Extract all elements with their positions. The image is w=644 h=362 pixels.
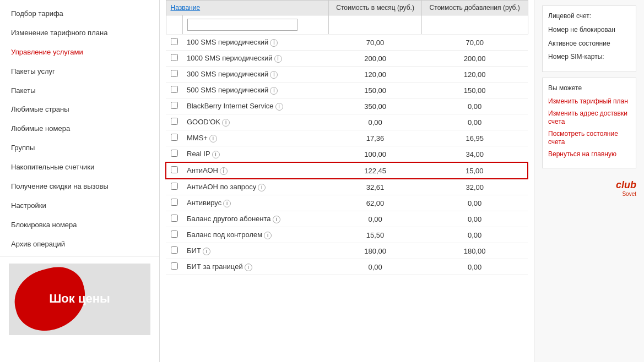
service-name-text: 500 SMS периодический bbox=[187, 86, 268, 94]
actions-section: Вы можете Изменить тарифный планИзменить… bbox=[542, 78, 636, 168]
row-checkbox[interactable] bbox=[171, 246, 178, 254]
row-checkbox[interactable] bbox=[171, 38, 178, 45]
row-checkbox[interactable] bbox=[171, 150, 178, 157]
sidebar-item-poluchenie-skidki[interactable]: Получение скидки на вызовы bbox=[0, 177, 159, 196]
row-checkbox[interactable] bbox=[171, 86, 178, 93]
row-checkbox[interactable] bbox=[171, 215, 178, 222]
row-add-price: 34,00 bbox=[421, 146, 528, 163]
sidebar-item-nastroyki[interactable]: Настройки bbox=[0, 196, 159, 216]
info-icon[interactable]: i bbox=[222, 119, 230, 127]
row-checkbox[interactable] bbox=[171, 70, 178, 77]
col-add: Стоимость добавления (руб.) bbox=[421, 1, 528, 15]
info-icon[interactable]: i bbox=[270, 71, 278, 79]
info-icon[interactable]: i bbox=[270, 39, 278, 47]
row-checkbox-cell bbox=[166, 162, 182, 179]
sidebar-item-izmenenie-tarifa[interactable]: Изменение тарифного плана bbox=[0, 24, 159, 43]
action-link-back-main[interactable]: Вернуться на главную bbox=[548, 150, 630, 159]
ad-text: Шок цены bbox=[49, 292, 110, 306]
row-checkbox[interactable] bbox=[171, 199, 178, 206]
table-row: Антивирусi62,000,00 bbox=[166, 195, 528, 211]
info-icon[interactable]: i bbox=[270, 87, 278, 95]
sidebar-item-lubimye-nomera[interactable]: Любимые номера bbox=[0, 119, 159, 139]
row-add-price: 16,95 bbox=[421, 130, 528, 146]
row-name: АнтиАОНi bbox=[182, 162, 329, 179]
row-name: 100 SMS периодическийi bbox=[182, 35, 329, 51]
info-icon[interactable]: i bbox=[274, 55, 282, 63]
row-checkbox[interactable] bbox=[171, 262, 178, 270]
sidebar-item-podbor-tarifa[interactable]: Подбор тарифа bbox=[0, 4, 159, 24]
row-checkbox-cell bbox=[166, 243, 182, 259]
info-icon[interactable]: i bbox=[258, 184, 266, 191]
service-name-text: АнтиАОН по запросу bbox=[187, 183, 256, 191]
sidebar-ad: Шок цены bbox=[9, 264, 150, 335]
row-checkbox[interactable] bbox=[171, 231, 178, 238]
sidebar-item-pakety[interactable]: Пакеты bbox=[0, 81, 159, 101]
action-link-change-address[interactable]: Изменить адрес доставки счета bbox=[548, 109, 630, 127]
row-checkbox[interactable] bbox=[171, 134, 178, 141]
service-name-text: Баланс под контролем bbox=[187, 231, 262, 239]
status-label: Номер не блокирован bbox=[548, 25, 630, 35]
services-table: Название Стоимость в месяц (руб.) Стоимо… bbox=[165, 0, 528, 275]
row-checkbox[interactable] bbox=[171, 102, 178, 109]
table-row: Real IPi100,0034,00 bbox=[166, 146, 528, 163]
row-name: GOOD'OKi bbox=[182, 114, 329, 130]
row-monthly-price: 180,00 bbox=[329, 243, 422, 259]
row-name: БИТ за границейi bbox=[182, 259, 329, 275]
row-monthly-price: 70,00 bbox=[329, 35, 422, 51]
service-name-text: Баланс другого абонента bbox=[187, 215, 271, 223]
info-icon[interactable]: i bbox=[275, 103, 283, 111]
info-icon[interactable]: i bbox=[209, 135, 217, 142]
table-row: БИТ за границейi0,000,00 bbox=[166, 259, 528, 275]
table-header-row: Название Стоимость в месяц (руб.) Стоимо… bbox=[166, 1, 528, 15]
info-icon[interactable]: i bbox=[245, 264, 252, 271]
sidebar-item-upravlenie-uslugami[interactable]: Управление услугами bbox=[0, 43, 159, 62]
sidebar-item-nakopitelnye-schetchiki[interactable]: Накопительные счетчики bbox=[0, 158, 159, 177]
row-add-price: 150,00 bbox=[421, 83, 528, 98]
table-row: Баланс под контролемi15,500,00 bbox=[166, 227, 528, 243]
service-name-text: MMS+ bbox=[187, 134, 208, 142]
row-name: Баланс под контролемi bbox=[182, 227, 329, 243]
right-panel: Лицевой счет: Номер не блокирован Активн… bbox=[534, 0, 644, 362]
col-name-link[interactable]: Название bbox=[171, 4, 201, 12]
filter-checkbox-cell bbox=[166, 15, 182, 35]
row-monthly-price: 62,00 bbox=[329, 195, 422, 211]
sidebar-item-pakety-uslug[interactable]: Пакеты услуг bbox=[0, 62, 159, 81]
info-icon[interactable]: i bbox=[264, 232, 272, 239]
row-name: 500 SMS периодическийi bbox=[182, 83, 329, 98]
sidebar-item-gruppy[interactable]: Группы bbox=[0, 139, 159, 158]
filter-input[interactable] bbox=[187, 19, 297, 31]
service-name-text: 300 SMS периодический bbox=[187, 70, 268, 78]
action-link-view-status[interactable]: Посмотреть состояние счета bbox=[548, 130, 630, 147]
row-checkbox[interactable] bbox=[171, 54, 178, 61]
row-name: Баланс другого абонентаi bbox=[182, 211, 329, 227]
table-area: Название Стоимость в месяц (руб.) Стоимо… bbox=[160, 0, 534, 275]
row-add-price: 0,00 bbox=[421, 195, 528, 211]
row-checkbox-cell bbox=[166, 114, 182, 130]
info-icon[interactable]: i bbox=[223, 200, 231, 207]
row-add-price: 200,00 bbox=[421, 51, 528, 67]
row-checkbox[interactable] bbox=[171, 183, 178, 190]
sidebar-item-blokirovka-nomera[interactable]: Блокировка номера bbox=[0, 216, 159, 235]
info-icon[interactable]: i bbox=[220, 167, 228, 175]
action-link-change-tariff[interactable]: Изменить тарифный план bbox=[548, 97, 630, 106]
row-checkbox[interactable] bbox=[171, 118, 178, 125]
sidebar-item-arhiv-operaciy[interactable]: Архив операций bbox=[0, 235, 159, 254]
info-icon[interactable]: i bbox=[212, 151, 220, 158]
row-checkbox[interactable] bbox=[171, 166, 178, 173]
service-name-text: Антивирус bbox=[187, 199, 221, 207]
table-row: 300 SMS периодическийi120,00120,00 bbox=[166, 67, 528, 83]
row-monthly-price: 122,45 bbox=[329, 162, 422, 179]
table-row: БИТi180,00180,00 bbox=[166, 243, 528, 259]
row-checkbox-cell bbox=[166, 195, 182, 211]
sidebar-item-lubimye-strany[interactable]: Любимые страны bbox=[0, 100, 159, 119]
sidebar-divider bbox=[0, 256, 159, 257]
row-checkbox-cell bbox=[166, 227, 182, 243]
logo-text: club bbox=[616, 179, 636, 191]
info-icon[interactable]: i bbox=[203, 248, 210, 255]
filter-row bbox=[166, 15, 528, 35]
row-monthly-price: 17,36 bbox=[329, 130, 422, 146]
service-name-text: Real IP bbox=[187, 150, 210, 158]
info-icon[interactable]: i bbox=[273, 216, 280, 223]
row-monthly-price: 15,50 bbox=[329, 227, 422, 243]
row-add-price: 15,00 bbox=[421, 162, 528, 179]
